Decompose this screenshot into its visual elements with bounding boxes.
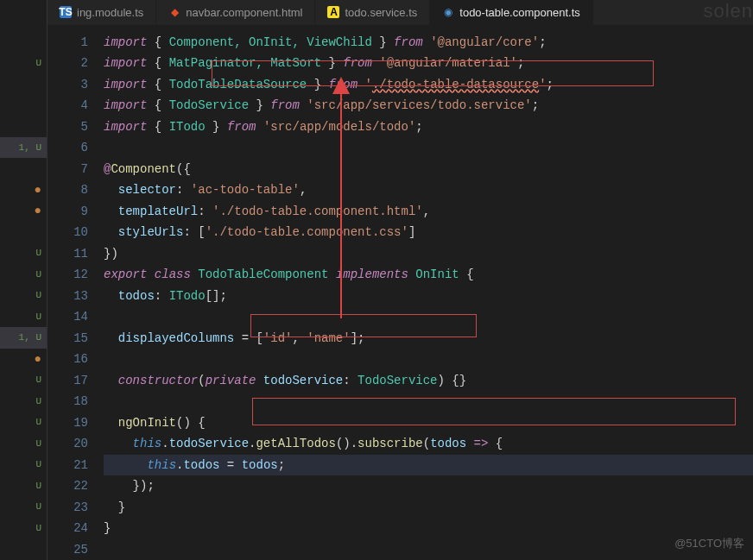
git-status: [0, 116, 47, 137]
code-editor[interactable]: 1 2 3 4 5 6 7 8 9 10 11 12 13 14 15 16 1…: [47, 25, 753, 561]
brand-watermark: solen: [703, 0, 753, 22]
watermark: @51CTO博客: [674, 536, 744, 551]
line-number: 10: [47, 222, 88, 243]
js-icon: A: [327, 6, 339, 18]
line-number: 11: [47, 243, 88, 265]
git-status: [0, 73, 47, 95]
tab-todo-service[interactable]: A todo.service.ts: [315, 0, 430, 25]
tab-todo-table-component[interactable]: ◉ todo-table.component.ts: [430, 0, 592, 25]
tab-navbar-html[interactable]: ◆ navbar.component.html: [156, 0, 315, 25]
line-number: 14: [47, 306, 88, 328]
line-number: 16: [47, 349, 88, 370]
git-status: [0, 31, 47, 53]
git-status: U: [0, 264, 47, 286]
tab-label: todo-table.component.ts: [459, 6, 579, 19]
line-number: 21: [47, 455, 88, 476]
line-number: 22: [47, 475, 88, 497]
line-number: 13: [47, 286, 88, 307]
line-number: 12: [47, 264, 88, 286]
git-status: [0, 538, 47, 560]
line-number: 7: [47, 159, 88, 180]
git-status: 1, U: [0, 327, 47, 349]
git-status: U: [0, 242, 47, 264]
line-number: 2: [47, 53, 88, 74]
line-number: 15: [47, 328, 88, 349]
git-status: U: [0, 475, 47, 497]
git-status: U: [0, 496, 47, 518]
code-content[interactable]: import { Component, OnInit, ViewChild } …: [104, 25, 753, 561]
line-number: 25: [47, 539, 88, 561]
git-status: 1, U: [0, 137, 47, 159]
git-status: ●: [0, 200, 47, 222]
line-number: 20: [47, 433, 88, 455]
line-number: 4: [47, 95, 88, 116]
git-status: U: [0, 454, 47, 475]
tab-label: ing.module.ts: [77, 6, 143, 19]
git-status: ●: [0, 349, 47, 370]
git-status: U: [0, 391, 47, 412]
git-status: [0, 158, 47, 179]
line-number: 9: [47, 201, 88, 223]
tab-label: navbar.component.html: [186, 6, 302, 19]
git-status: U: [0, 369, 47, 391]
line-number: 24: [47, 518, 88, 539]
line-number: 5: [47, 116, 88, 138]
line-number: 19: [47, 412, 88, 434]
line-number-gutter: 1 2 3 4 5 6 7 8 9 10 11 12 13 14 15 16 1…: [47, 25, 104, 561]
line-number: 8: [47, 179, 88, 201]
line-number: 17: [47, 370, 88, 392]
git-status: U: [0, 412, 47, 433]
line-number: 18: [47, 391, 88, 412]
git-status: U: [0, 306, 47, 328]
line-number: 1: [47, 32, 88, 53]
git-status: U: [0, 285, 47, 306]
git-status: ●: [0, 179, 47, 201]
tab-module[interactable]: TS ing.module.ts: [47, 0, 156, 25]
tab-label: todo.service.ts: [345, 6, 417, 19]
git-status: U: [0, 518, 47, 539]
git-status: U: [0, 53, 47, 74]
git-status: [0, 222, 47, 243]
html-icon: ◆: [168, 6, 180, 18]
editor-tabs: TS ing.module.ts ◆ navbar.component.html…: [47, 0, 753, 25]
angular-icon: ◉: [442, 6, 454, 18]
line-number: 3: [47, 74, 88, 96]
line-number: 6: [47, 137, 88, 159]
git-status-gutter: U 1, U ● ● U U U U 1, U ● U U U U U U U …: [0, 0, 47, 560]
line-number: 23: [47, 497, 88, 519]
git-status: U: [0, 433, 47, 455]
typescript-icon: TS: [60, 6, 72, 18]
git-status: [0, 95, 47, 116]
